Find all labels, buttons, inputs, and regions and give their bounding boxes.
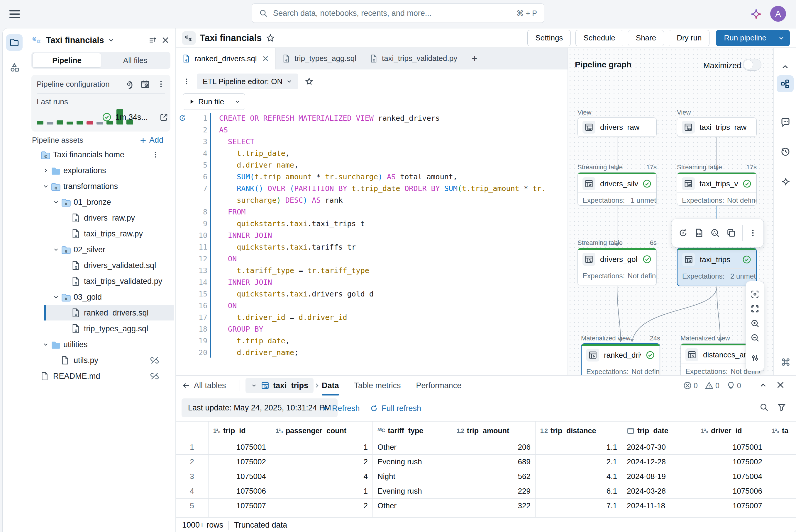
settings-button[interactable]: Settings	[527, 30, 571, 46]
table-row[interactable]: 610750083Afternoon rush659.12024-03-1710…	[176, 513, 796, 517]
graph-node-taxi_trips_validated[interactable]: taxi_trips_validatedExpectations:Not def…	[677, 172, 757, 206]
table-row[interactable]: 510750072Other3227.12024-11-181075007	[176, 499, 796, 513]
tree-item-03-gold[interactable]: 03_gold	[26, 289, 176, 305]
code-line-14[interactable]: 14 INNER JOIN	[176, 276, 567, 288]
run-bar-5[interactable]	[76, 121, 83, 125]
table-row[interactable]: 310750044Night5624.12024-08-191075004	[176, 469, 796, 484]
column-header-trip-id[interactable]: 1²₃trip_id	[209, 421, 271, 440]
editor-tab-trip-types-agg-sql[interactable]: trip_types_agg.sql	[276, 48, 363, 69]
editor-kebab-icon[interactable]	[183, 78, 191, 85]
node-kebab-icon[interactable]	[748, 228, 757, 237]
tree-item-02-silver[interactable]: 02_silver	[26, 242, 176, 258]
tree-item-taxi-trips-raw-py[interactable]: taxi_trips_raw.py	[26, 226, 176, 242]
refresh-table-icon[interactable]	[678, 228, 688, 238]
tree-item-drivers-validated-sql[interactable]: drivers_validated.sql	[26, 258, 176, 273]
tree-item-transformations[interactable]: transformations	[26, 178, 176, 194]
code-line-20[interactable]: 20 d.driver_name;	[176, 346, 567, 358]
share-button[interactable]: Share	[628, 30, 664, 46]
tree-item-drivers-raw-py[interactable]: drivers_raw.py	[26, 210, 176, 226]
preview-data-icon[interactable]	[710, 228, 720, 238]
dry-run-button[interactable]: Dry run	[669, 30, 709, 46]
column-header-passenger-count[interactable]: 1²₃passenger_count	[271, 421, 373, 440]
tree-item-utilities[interactable]: utilities	[26, 337, 176, 353]
open-code-file-icon[interactable]	[694, 228, 704, 238]
files-rail-button[interactable]	[6, 34, 23, 51]
add-asset-button[interactable]: Add	[139, 136, 170, 145]
code-line-4[interactable]: 4 t.trip_date,	[176, 147, 567, 159]
code-line-2[interactable]: 2AS	[176, 124, 567, 136]
run-bar-1[interactable]	[37, 121, 43, 125]
comments-icon[interactable]	[780, 117, 791, 128]
zoom-out-icon[interactable]	[750, 333, 760, 342]
editor-tab-ranked-drivers-sql[interactable]: ranked_drivers.sql✕	[176, 48, 276, 70]
run-file-dropdown-icon[interactable]	[230, 98, 245, 105]
table-selector[interactable]: taxi_trips	[246, 378, 313, 393]
results-tab-performance[interactable]: Performance	[416, 376, 462, 396]
expander-chevron-icon[interactable]	[51, 294, 61, 300]
run-bar-2[interactable]	[47, 122, 53, 125]
code-line-19[interactable]: 19 t.trip_date,	[176, 335, 567, 346]
graph-node-taxi_trips[interactable]: taxi_tripsExpectations:2 unmet	[677, 248, 757, 286]
config-kebab-icon[interactable]	[157, 80, 165, 88]
gear-icon[interactable]	[124, 79, 133, 89]
schedule-calendar-icon[interactable]	[141, 79, 150, 89]
tree-item-taxi-trips-validated-py[interactable]: taxi_trips_validated.py	[26, 273, 176, 289]
graph-node-drivers_raw[interactable]: drivers_raw	[578, 117, 657, 137]
assistant-sparkle-icon[interactable]	[750, 7, 763, 20]
column-header-trip-date[interactable]: trip_date	[622, 421, 696, 440]
center-graph-icon[interactable]	[750, 289, 760, 299]
graph-node-ranked_drivers[interactable]: ranked_driversExpectations:Not defined	[581, 343, 660, 375]
editor-tab-taxi-trips-validated-py[interactable]: taxi_trips_validated.py	[363, 48, 464, 69]
expander-chevron-icon[interactable]	[41, 183, 51, 190]
zoom-in-icon[interactable]	[750, 319, 760, 328]
code-line-17[interactable]: 17 t.driver_id = d.driver_id	[176, 311, 567, 323]
column-header-trip-amount[interactable]: 1.2trip_amount	[452, 421, 536, 440]
new-tab-button[interactable]: +	[464, 48, 485, 69]
tab-pipeline[interactable]: Pipeline	[33, 53, 101, 68]
code-line-11[interactable]: 11 quickstarts.taxi.tariffs tr	[176, 241, 567, 253]
expander-chevron-icon[interactable]	[51, 246, 61, 253]
schedule-button[interactable]: Schedule	[576, 30, 623, 46]
graph-settings-sliders-icon[interactable]	[750, 353, 760, 363]
graph-node-drivers_gold[interactable]: drivers_goldExpectations:Not defined	[578, 248, 657, 285]
code-line-12[interactable]: 12 ON	[176, 253, 567, 265]
code-line-5[interactable]: 5 d.driver_name,	[176, 159, 567, 171]
expand-panel-chevron-icon[interactable]	[759, 381, 767, 390]
code-line-wrap[interactable]: surcharge) DESC) AS rank	[176, 194, 567, 206]
run-pipeline-dropdown-icon[interactable]	[773, 35, 790, 42]
expander-chevron-icon[interactable]	[41, 341, 51, 348]
assistant-rail-sparkle-icon[interactable]	[781, 177, 791, 187]
code-line-13[interactable]: 13 t.tariff_type = tr.tariff_type	[176, 265, 567, 276]
code-line-18[interactable]: 18 GROUP BY	[176, 323, 567, 335]
history-icon[interactable]	[780, 146, 791, 157]
run-bar-6[interactable]	[87, 121, 93, 125]
tab-all-files[interactable]: All files	[101, 53, 169, 68]
global-search[interactable]: ⌘ + P	[252, 3, 544, 23]
sort-files-icon[interactable]	[148, 35, 158, 45]
column-header-trip-distance[interactable]: 1.2trip_distance	[536, 421, 622, 440]
close-sidebar-icon[interactable]	[161, 36, 170, 44]
avatar[interactable]: A	[770, 6, 786, 22]
tree-item-ranked-drivers-sql[interactable]: ranked_drivers.sql	[26, 305, 176, 321]
all-tables-back-button[interactable]: All tables	[182, 376, 226, 396]
column-header-driver-id[interactable]: 1²₃driver_id	[696, 421, 767, 440]
assets-rail-button[interactable]	[6, 59, 23, 76]
results-tab-data[interactable]: Data	[322, 376, 339, 396]
code-lines[interactable]: 1CREATE OR REFRESH MATERIALIZED VIEW ran…	[176, 112, 567, 358]
code-line-10[interactable]: 10 INNER JOIN	[176, 229, 567, 241]
tree-item-01-bronze[interactable]: 01_bronze	[26, 194, 176, 210]
tree-item-explorations[interactable]: explorations	[26, 163, 176, 178]
graph-node-taxi_trips_raw[interactable]: taxi_trips_raw	[677, 117, 757, 137]
code-line-9[interactable]: 9 quickstarts.taxi.taxi_trips t	[176, 218, 567, 229]
close-tab-icon[interactable]: ✕	[261, 54, 269, 63]
table-row[interactable]: 210750022Evening rush6892.12024-12-28107…	[176, 455, 796, 469]
favorite-star-icon[interactable]	[266, 33, 275, 43]
code-line-3[interactable]: 3 SELECT	[176, 136, 567, 147]
run-bar-7[interactable]	[96, 122, 103, 125]
fit-to-screen-icon[interactable]	[750, 304, 760, 314]
item-kebab-icon[interactable]	[152, 151, 159, 158]
refresh-line-icon[interactable]	[176, 114, 189, 122]
pipeline-graph-rail-button[interactable]	[777, 75, 794, 92]
full-refresh-button[interactable]: Full refresh	[370, 396, 421, 421]
results-tab-table-metrics[interactable]: Table metrics	[354, 376, 401, 396]
